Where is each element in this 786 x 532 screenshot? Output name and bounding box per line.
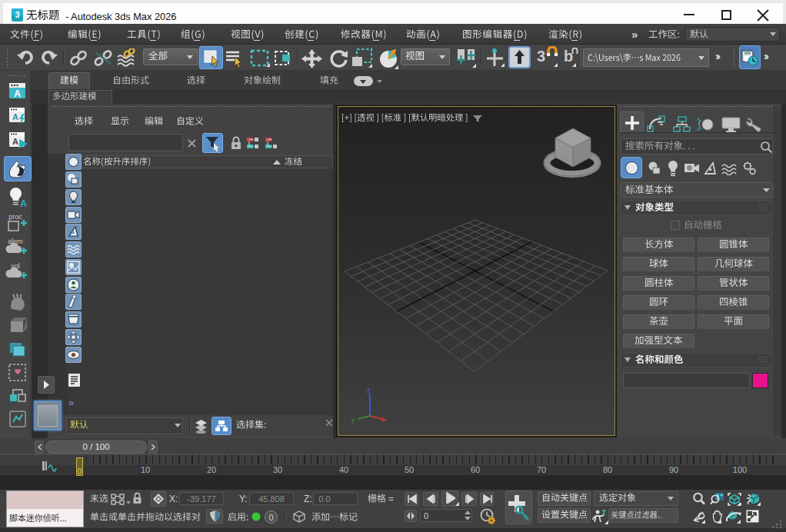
svg-text:A: A (12, 112, 18, 121)
svg-text:3: 3 (15, 10, 19, 19)
svg-text:A: A (20, 198, 27, 208)
svg-text:0: 0 (268, 513, 273, 522)
svg-text:proc: proc (8, 213, 22, 221)
svg-text:A: A (12, 137, 18, 146)
svg-text:z: z (367, 387, 371, 394)
svg-text:A: A (14, 88, 21, 99)
svg-text:y: y (351, 416, 355, 424)
